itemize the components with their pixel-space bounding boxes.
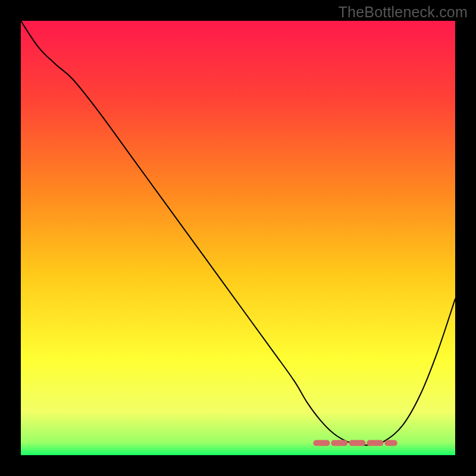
chart-plot-area (21, 21, 455, 455)
gradient-background (21, 21, 455, 455)
watermark-text: TheBottleneck.com (339, 4, 468, 21)
